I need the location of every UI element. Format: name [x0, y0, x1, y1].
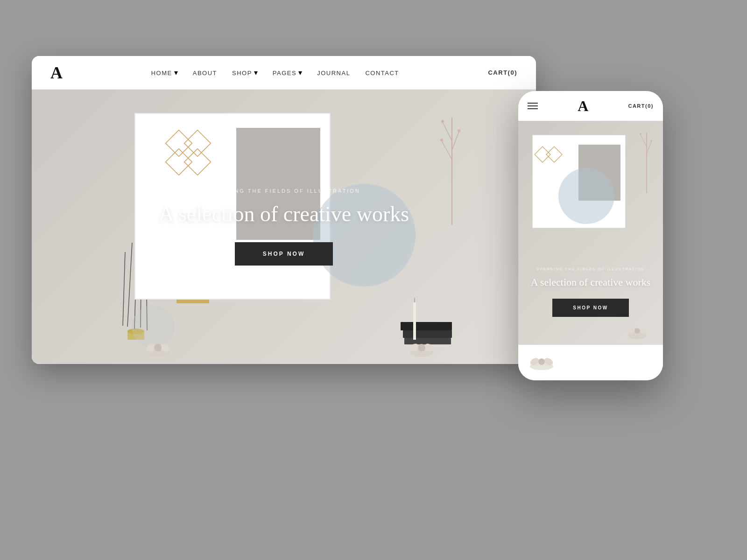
nav-link-journal[interactable]: JOURNAL	[317, 70, 350, 77]
svg-point-17	[458, 129, 460, 132]
nav-item-about[interactable]: ABOUT	[193, 69, 217, 77]
mobile-hero-title: A selection of creative works	[518, 276, 663, 289]
mobile-flower	[626, 322, 649, 340]
svg-rect-10	[166, 149, 192, 175]
desktop-shop-now-button[interactable]: SHOP NOW	[235, 242, 333, 266]
svg-rect-33	[546, 147, 562, 162]
svg-line-14	[452, 132, 459, 150]
svg-line-35	[641, 135, 647, 147]
svg-rect-9	[184, 130, 211, 157]
svg-line-4	[123, 252, 125, 326]
svg-line-13	[443, 122, 452, 141]
nav-item-home[interactable]: HOME ▾	[151, 68, 178, 77]
svg-point-31	[418, 344, 425, 351]
mobile-hamburger-button[interactable]	[528, 103, 538, 109]
decorative-flower-right	[408, 336, 436, 359]
hero-subtitle: SPANNING THE FIELDS OF ILLUSTRATION	[159, 188, 409, 194]
nav-item-journal[interactable]: JOURNAL	[317, 69, 350, 77]
mobile-bottom-area	[518, 345, 663, 380]
yellow-accent-bar	[176, 300, 209, 303]
desktop-nav-links: HOME ▾ ABOUT SHOP ▾ PAGES ▾ JOURNAL CONT…	[151, 68, 399, 77]
nav-item-pages[interactable]: PAGES ▾	[273, 68, 302, 77]
svg-point-16	[441, 120, 444, 123]
mobile-hero-content: SPANNING THE FIELDS OF ILLUSTRATION A se…	[518, 267, 663, 317]
mobile-logo: A	[578, 98, 588, 115]
hamburger-line-2	[528, 105, 538, 106]
desktop-hero: SPANNING THE FIELDS OF ILLUSTRATION A se…	[32, 90, 536, 364]
svg-rect-8	[166, 130, 192, 157]
svg-line-36	[647, 142, 651, 154]
desktop-mockup: A HOME ▾ ABOUT SHOP ▾ PAGES ▾ JOURNAL CO…	[32, 56, 536, 364]
nav-link-pages[interactable]: PAGES	[273, 70, 296, 77]
mobile-hero-subtitle: SPANNING THE FIELDS OF ILLUSTRATION	[518, 267, 663, 271]
nav-link-shop[interactable]: SHOP	[232, 70, 252, 77]
svg-line-15	[442, 141, 452, 160]
mobile-shop-now-button[interactable]: SHOP NOW	[552, 299, 628, 317]
mobile-branches	[635, 123, 658, 198]
svg-rect-11	[184, 149, 211, 175]
nav-item-contact[interactable]: CONTACT	[365, 69, 399, 77]
hamburger-line-1	[528, 103, 538, 104]
mobile-nav: A CART(0)	[518, 91, 663, 121]
mobile-diamond-decorations	[532, 144, 570, 182]
decorative-branches	[433, 94, 471, 234]
desktop-logo: A	[50, 63, 62, 83]
svg-point-18	[440, 139, 443, 141]
mobile-hero: SPANNING THE FIELDS OF ILLUSTRATION A se…	[518, 121, 663, 345]
nav-link-home[interactable]: HOME	[151, 70, 172, 77]
chevron-down-icon: ▾	[174, 69, 178, 77]
mobile-mockup: A CART(0) SPAN	[518, 91, 663, 380]
svg-point-46	[538, 358, 545, 365]
hero-content: SPANNING THE FIELDS OF ILLUSTRATION A se…	[159, 188, 409, 265]
chevron-down-icon: ▾	[254, 69, 258, 77]
chevron-down-icon: ▾	[298, 69, 302, 77]
decorative-flower-left	[144, 336, 172, 359]
mobile-cart[interactable]: CART(0)	[628, 103, 654, 109]
desktop-nav: A HOME ▾ ABOUT SHOP ▾ PAGES ▾ JOURNAL CO…	[32, 56, 536, 90]
desktop-cart[interactable]: CART(0)	[488, 69, 517, 76]
hero-title: A selection of creative works	[159, 201, 409, 227]
svg-point-38	[650, 140, 652, 142]
diamond-decorations	[162, 127, 223, 188]
nav-link-about[interactable]: ABOUT	[193, 70, 217, 77]
svg-point-27	[154, 344, 162, 351]
svg-rect-22	[413, 302, 416, 340]
svg-point-37	[640, 133, 641, 135]
nav-link-contact[interactable]: CONTACT	[365, 70, 399, 77]
svg-point-42	[634, 328, 640, 334]
svg-rect-19	[401, 322, 452, 330]
mobile-bottom-flower	[528, 352, 556, 371]
nav-item-shop[interactable]: SHOP ▾	[232, 68, 258, 77]
hamburger-line-3	[528, 108, 538, 109]
svg-rect-32	[535, 147, 550, 162]
